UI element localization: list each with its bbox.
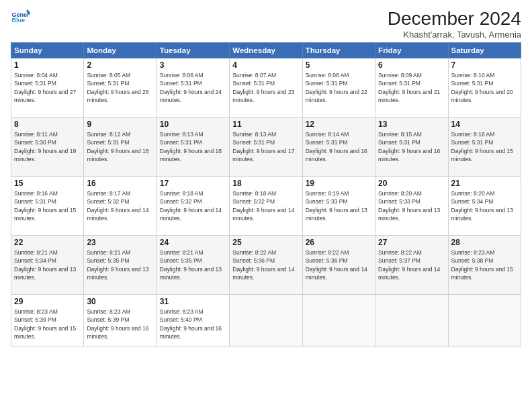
header-monday: Monday [84, 43, 157, 58]
day-cell-3: 3 Sunrise: 8:06 AMSunset: 5:31 PMDayligh… [157, 58, 229, 118]
day-cell-6: 6 Sunrise: 8:09 AMSunset: 5:31 PMDayligh… [375, 58, 448, 118]
week-row-5: 29 Sunrise: 8:23 AMSunset: 5:39 PMDaylig… [11, 295, 521, 347]
day-cell-29: 29 Sunrise: 8:23 AMSunset: 5:39 PMDaylig… [11, 295, 84, 347]
day-cell-16: 16 Sunrise: 8:17 AMSunset: 5:32 PMDaylig… [84, 177, 157, 236]
header-sunday: Sunday [11, 43, 84, 58]
logo: General Blue [11, 8, 30, 27]
day-cell-12: 12 Sunrise: 8:14 AMSunset: 5:31 PMDaylig… [302, 118, 375, 177]
day-cell-8: 8 Sunrise: 8:11 AMSunset: 5:30 PMDayligh… [11, 118, 84, 177]
day-cell-25: 25 Sunrise: 8:22 AMSunset: 5:36 PMDaylig… [230, 236, 302, 295]
week-row-4: 22 Sunrise: 8:21 AMSunset: 5:34 PMDaylig… [11, 236, 521, 295]
empty-cell-3 [375, 295, 448, 347]
week-row-3: 15 Sunrise: 8:16 AMSunset: 5:31 PMDaylig… [11, 177, 521, 236]
header-wednesday: Wednesday [230, 43, 302, 58]
day-cell-17: 17 Sunrise: 8:18 AMSunset: 5:32 PMDaylig… [157, 177, 229, 236]
day-cell-20: 20 Sunrise: 8:20 AMSunset: 5:33 PMDaylig… [375, 177, 448, 236]
day-cell-15: 15 Sunrise: 8:16 AMSunset: 5:31 PMDaylig… [11, 177, 84, 236]
day-cell-28: 28 Sunrise: 8:23 AMSunset: 5:38 PMDaylig… [448, 236, 521, 295]
day-cell-13: 13 Sunrise: 8:15 AMSunset: 5:31 PMDaylig… [375, 118, 448, 177]
header-saturday: Saturday [448, 43, 521, 58]
day-cell-23: 23 Sunrise: 8:21 AMSunset: 5:35 PMDaylig… [84, 236, 157, 295]
empty-cell-2 [302, 295, 375, 347]
location-subtitle: Khasht'arrak, Tavush, Armenia [388, 30, 521, 40]
svg-marker-2 [26, 9, 30, 11]
title-block: December 2024 Khasht'arrak, Tavush, Arme… [388, 8, 521, 40]
weekday-header-row: Sunday Monday Tuesday Wednesday Thursday… [11, 43, 521, 58]
header-friday: Friday [375, 43, 448, 58]
day-cell-31: 31 Sunrise: 8:23 AMSunset: 5:40 PMDaylig… [157, 295, 229, 347]
day-cell-1: 1 Sunrise: 8:04 AMSunset: 5:31 PMDayligh… [11, 58, 84, 118]
day-cell-14: 14 Sunrise: 8:16 AMSunset: 5:31 PMDaylig… [448, 118, 521, 177]
week-row-1: 1 Sunrise: 8:04 AMSunset: 5:31 PMDayligh… [11, 58, 521, 118]
logo-icon: General Blue [11, 8, 30, 27]
svg-text:Blue: Blue [11, 17, 25, 24]
day-cell-4: 4 Sunrise: 8:07 AMSunset: 5:31 PMDayligh… [230, 58, 302, 118]
header-tuesday: Tuesday [157, 43, 229, 58]
day-cell-19: 19 Sunrise: 8:19 AMSunset: 5:33 PMDaylig… [302, 177, 375, 236]
page-container: General Blue December 2024 Khasht'arrak,… [0, 0, 532, 411]
empty-cell-4 [448, 295, 521, 347]
day-cell-7: 7 Sunrise: 8:10 AMSunset: 5:31 PMDayligh… [448, 58, 521, 118]
day-cell-18: 18 Sunrise: 8:18 AMSunset: 5:32 PMDaylig… [230, 177, 302, 236]
week-row-2: 8 Sunrise: 8:11 AMSunset: 5:30 PMDayligh… [11, 118, 521, 177]
day-cell-22: 22 Sunrise: 8:21 AMSunset: 5:34 PMDaylig… [11, 236, 84, 295]
day-cell-10: 10 Sunrise: 8:13 AMSunset: 5:31 PMDaylig… [157, 118, 229, 177]
day-cell-5: 5 Sunrise: 8:08 AMSunset: 5:31 PMDayligh… [302, 58, 375, 118]
month-title: December 2024 [388, 8, 521, 30]
calendar-table: Sunday Monday Tuesday Wednesday Thursday… [11, 42, 521, 347]
day-cell-2: 2 Sunrise: 8:05 AMSunset: 5:31 PMDayligh… [84, 58, 157, 118]
day-cell-21: 21 Sunrise: 8:20 AMSunset: 5:34 PMDaylig… [448, 177, 521, 236]
day-cell-9: 9 Sunrise: 8:12 AMSunset: 5:31 PMDayligh… [84, 118, 157, 177]
empty-cell-1 [230, 295, 302, 347]
header: General Blue December 2024 Khasht'arrak,… [11, 8, 521, 40]
day-cell-26: 26 Sunrise: 8:22 AMSunset: 5:36 PMDaylig… [302, 236, 375, 295]
day-cell-30: 30 Sunrise: 8:23 AMSunset: 5:39 PMDaylig… [84, 295, 157, 347]
day-cell-11: 11 Sunrise: 8:13 AMSunset: 5:31 PMDaylig… [230, 118, 302, 177]
header-thursday: Thursday [302, 43, 375, 58]
day-cell-24: 24 Sunrise: 8:21 AMSunset: 5:35 PMDaylig… [157, 236, 229, 295]
day-cell-27: 27 Sunrise: 8:22 AMSunset: 5:37 PMDaylig… [375, 236, 448, 295]
